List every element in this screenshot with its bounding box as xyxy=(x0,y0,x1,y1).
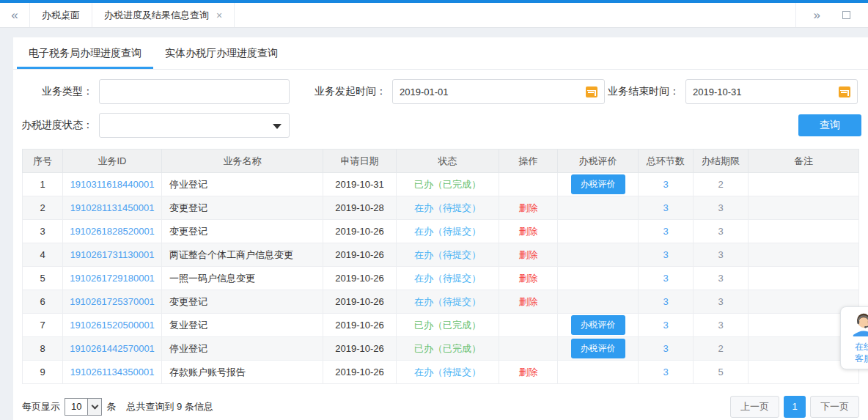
column-header: 办结期限 xyxy=(694,150,749,173)
cell-total-steps: 3 xyxy=(639,173,694,196)
status-text: 在办（待提交） xyxy=(414,273,481,284)
delete-link[interactable]: 删除 xyxy=(519,273,538,284)
online-service-widget[interactable]: 在线 客服 xyxy=(840,306,868,369)
total-steps-link[interactable]: 3 xyxy=(663,343,668,354)
column-header: 状态 xyxy=(397,150,499,173)
evaluate-button[interactable]: 办税评价 xyxy=(571,174,625,194)
table-row: 71910261520500001复业登记2019-10-26已办（已完成）办税… xyxy=(23,314,859,337)
business-id-link[interactable]: 1910261725370001 xyxy=(70,296,155,307)
cell-action xyxy=(499,314,558,337)
cell-remark xyxy=(749,243,859,267)
cell-action: 删除 xyxy=(499,243,558,267)
total-steps-link[interactable]: 3 xyxy=(663,273,668,284)
delete-link[interactable]: 删除 xyxy=(519,249,538,260)
cell-action: 删除 xyxy=(499,290,558,314)
cell-business-id: 1910261729180001 xyxy=(63,267,162,290)
status-text: 在办（待提交） xyxy=(414,249,481,260)
business-type-input[interactable] xyxy=(99,79,290,104)
cell-seq: 6 xyxy=(23,290,63,314)
cell-business-name: 变更登记 xyxy=(162,220,323,243)
deadline-text: 3 xyxy=(718,249,723,260)
column-header: 办税评价 xyxy=(558,150,639,173)
cell-status: 在办（待提交） xyxy=(397,361,499,384)
tab-label: 办税进度及结果信息查询 xyxy=(104,9,209,22)
cell-business-id: 1910261442570001 xyxy=(63,337,162,361)
delete-link[interactable]: 删除 xyxy=(519,366,538,377)
end-time-input[interactable]: 2019-10-31 xyxy=(685,79,858,104)
cell-total-steps: 3 xyxy=(639,267,694,290)
cell-evaluate xyxy=(558,196,639,220)
total-steps-link[interactable]: 3 xyxy=(663,320,668,331)
query-button[interactable]: 查询 xyxy=(798,114,861,136)
business-id-link[interactable]: 1910261520500001 xyxy=(70,320,155,331)
subtab-etax-progress[interactable]: 电子税务局办理进度查询 xyxy=(17,37,153,69)
business-id-link[interactable]: 1910261729180001 xyxy=(70,273,155,284)
deadline-text: 3 xyxy=(718,296,723,307)
business-id-link[interactable]: 1910261731130001 xyxy=(70,249,155,260)
deadline-text: 3 xyxy=(718,273,723,284)
table-row: 51910261729180001一照一码户信息变更2019-10-26在办（待… xyxy=(23,267,859,290)
tab-tax-desktop[interactable]: 办税桌面 xyxy=(29,3,92,27)
cell-deadline: 3 xyxy=(694,290,749,314)
deadline-text: 2 xyxy=(718,343,723,354)
calendar-icon[interactable] xyxy=(586,86,597,97)
total-steps-link[interactable]: 3 xyxy=(663,226,668,237)
close-tab-icon[interactable]: × xyxy=(216,10,222,21)
total-steps-link[interactable]: 3 xyxy=(663,296,668,307)
cell-business-id: 1910261134350001 xyxy=(63,361,162,384)
business-id-link[interactable]: 1910261828520001 xyxy=(70,226,155,237)
cell-remark xyxy=(749,267,859,290)
status-text: 在办（待提交） xyxy=(414,226,481,237)
select-arrow-icon xyxy=(87,399,101,415)
overflow-tabs-icon[interactable]: » xyxy=(814,8,820,23)
deadline-text: 2 xyxy=(718,179,723,190)
delete-link[interactable]: 删除 xyxy=(519,226,538,237)
business-id-link[interactable]: 1910311618440001 xyxy=(70,179,155,190)
next-page-button[interactable]: 下一页 xyxy=(810,396,859,418)
business-id-link[interactable]: 1910261134350001 xyxy=(70,366,155,377)
collapse-tabs-icon[interactable]: « xyxy=(0,3,29,27)
table-row: 81910261442570001停业登记2019-10-26已办（已完成）办税… xyxy=(23,337,859,361)
cell-deadline: 2 xyxy=(694,337,749,361)
table-footer: 每页显示 10 条 总共查询到 9 条信息 上一页 1 下一页 xyxy=(22,396,859,418)
calendar-icon[interactable] xyxy=(839,86,850,97)
cell-total-steps: 3 xyxy=(639,337,694,361)
cell-status: 在办（待提交） xyxy=(397,267,499,290)
delete-link[interactable]: 删除 xyxy=(519,202,538,213)
business-id-link[interactable]: 1910261442570001 xyxy=(70,343,155,354)
total-steps-link[interactable]: 3 xyxy=(663,179,668,190)
tab-progress-query[interactable]: 办税进度及结果信息查询 × xyxy=(92,3,235,27)
cell-evaluate: 办税评价 xyxy=(558,173,639,196)
subtab-bar: 电子税务局办理进度查询 实体办税厅办理进度查询 xyxy=(13,37,868,70)
cell-evaluate xyxy=(558,361,639,384)
progress-status-label: 办税进度状态： xyxy=(13,119,99,132)
subtab-hall-progress[interactable]: 实体办税厅办理进度查询 xyxy=(153,37,290,69)
column-header: 总环节数 xyxy=(639,150,694,173)
delete-link[interactable]: 删除 xyxy=(519,296,538,307)
cell-seq: 2 xyxy=(23,196,63,220)
cell-business-id: 1910261828520001 xyxy=(63,220,162,243)
per-page-select[interactable]: 10 xyxy=(65,398,102,416)
cell-business-name: 一照一码户信息变更 xyxy=(162,267,323,290)
cell-status: 在办（待提交） xyxy=(397,220,499,243)
progress-status-select[interactable] xyxy=(99,113,290,138)
window-tabbar: « 办税桌面 办税进度及结果信息查询 × » xyxy=(0,0,868,28)
cell-deadline: 2 xyxy=(694,173,749,196)
total-steps-link[interactable]: 3 xyxy=(663,366,668,377)
evaluate-button[interactable]: 办税评价 xyxy=(571,339,625,358)
maximize-icon[interactable] xyxy=(842,11,850,19)
tab-label: 办税桌面 xyxy=(42,9,80,22)
current-page-button[interactable]: 1 xyxy=(784,396,806,418)
cell-evaluate xyxy=(558,267,639,290)
total-steps-link[interactable]: 3 xyxy=(663,249,668,260)
status-text: 已办（已完成） xyxy=(414,179,481,190)
cell-seq: 5 xyxy=(23,267,63,290)
evaluate-button[interactable]: 办税评价 xyxy=(571,315,625,335)
results-table: 序号业务ID业务名称申请日期状态操作办税评价总环节数办结期限备注 1191031… xyxy=(22,149,859,384)
total-steps-link[interactable]: 3 xyxy=(663,202,668,213)
business-id-link[interactable]: 1910281131450001 xyxy=(70,202,155,213)
start-time-input[interactable]: 2019-01-01 xyxy=(392,79,605,104)
cell-deadline: 3 xyxy=(694,243,749,267)
filter-row-2: 办税进度状态： 查询 xyxy=(13,112,868,139)
prev-page-button[interactable]: 上一页 xyxy=(730,396,779,418)
